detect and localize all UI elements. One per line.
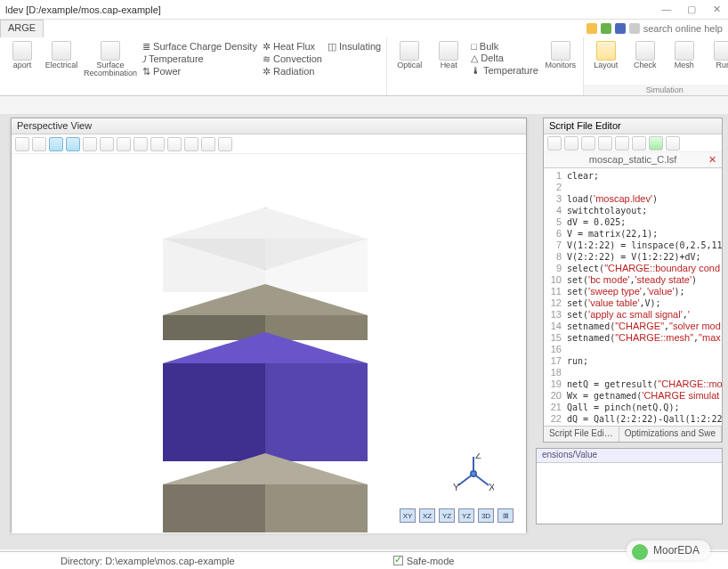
delta-item[interactable]: △ Delta — [471, 53, 538, 64]
convection-item[interactable]: ≋ Convection — [263, 53, 322, 65]
vp-tool-fit[interactable] — [83, 137, 97, 151]
status-bar: Directory: D:\example\mos.cap-example Sa… — [0, 551, 728, 569]
maximize-button[interactable]: ▢ — [685, 4, 698, 15]
mesh-button[interactable]: Mesh — [667, 39, 701, 85]
optical-button[interactable]: Optical — [392, 39, 426, 95]
viewport-canvas[interactable]: Z X Y XY XZ YZ YZ 3D ⊞ — [12, 154, 526, 533]
view-grid-button[interactable]: ⊞ — [497, 508, 514, 523]
search-help-text[interactable]: search online help — [643, 23, 723, 34]
script-toolbar — [544, 134, 722, 152]
layout-icon — [596, 41, 616, 61]
vp-tool-8[interactable] — [133, 137, 148, 151]
check-icon — [635, 41, 655, 61]
surface-charge-density-item[interactable]: ≣ Surface Charge Density — [142, 41, 257, 53]
vp-tool-pan[interactable] — [66, 137, 80, 151]
run-button[interactable]: Run — [707, 39, 728, 85]
viewport-toolbar — [12, 134, 526, 154]
vp-tool-select[interactable] — [15, 137, 29, 151]
help-icon2[interactable] — [601, 23, 611, 34]
workarea: Perspective View — [0, 114, 728, 549]
temperature-item[interactable]: 𝘑 Temperature — [142, 53, 257, 65]
run-icon — [714, 41, 728, 61]
vp-tool-6[interactable] — [100, 137, 114, 151]
view-3d-button[interactable]: 3D — [478, 508, 494, 523]
import-button[interactable]: aport — [5, 39, 39, 95]
heat-icon — [439, 41, 458, 61]
view-xz-button[interactable]: XZ — [419, 508, 435, 523]
ribbon-col3: ◫ Insulating — [328, 39, 381, 95]
vp-tool-rotate[interactable] — [49, 137, 63, 151]
script-save-button[interactable] — [581, 136, 595, 150]
window-title: ldev [D:/example/mos.cap-example] — [5, 4, 161, 15]
viewport-title: Perspective View — [12, 118, 526, 134]
window-titlebar: ldev [D:/example/mos.cap-example] — ▢ ✕ — [0, 0, 728, 20]
script-file-tab[interactable]: moscap_static_C.lsf ✕ — [544, 152, 722, 168]
script-open-button[interactable] — [564, 136, 578, 150]
electrical-button[interactable]: Electrical — [44, 39, 78, 95]
directory-label: Directory: D:\example\mos.cap-example — [61, 556, 235, 566]
vp-tool-9[interactable] — [150, 137, 165, 151]
check-button[interactable]: Check — [628, 39, 662, 85]
directory-path: D:\example\mos.cap-example — [105, 556, 235, 566]
ribbon-col4: □ Bulk △ Delta 🌡 Temperature — [471, 39, 538, 95]
svg-point-3 — [471, 471, 476, 476]
help-icon3[interactable] — [615, 23, 626, 34]
vp-tool-10[interactable] — [167, 137, 182, 151]
script-new-button[interactable] — [547, 136, 562, 150]
dimensions-header: ensions/Value — [537, 449, 722, 463]
heat-flux-item[interactable]: ✲ Heat Flux — [263, 41, 322, 53]
ribbon: aport Electrical Surface Recombination ≣… — [0, 37, 728, 96]
script-undo-button[interactable] — [615, 136, 629, 150]
vp-tool-11[interactable] — [184, 137, 198, 151]
vp-tool-zoom[interactable] — [32, 137, 46, 151]
vp-tool-12[interactable] — [201, 137, 215, 151]
insulating-item[interactable]: ◫ Insulating — [328, 41, 381, 53]
svg-text:Y: Y — [453, 482, 460, 492]
monitors-icon — [551, 41, 570, 61]
window-buttons: — ▢ ✕ — [660, 4, 723, 15]
script-tab-label: moscap_static_C.lsf — [589, 154, 676, 165]
heat-button[interactable]: Heat — [432, 39, 465, 95]
help-icon[interactable] — [586, 23, 597, 34]
view-xy-button[interactable]: XY — [400, 508, 416, 523]
script-bottom-tabs: Script File Edi… Optimizations and Swe — [544, 426, 722, 442]
minimize-button[interactable]: — — [660, 4, 673, 15]
watermark: MoorEDA — [627, 541, 710, 560]
power-item[interactable]: ⇅ Power — [142, 66, 257, 77]
surface-recomb-button[interactable]: Surface Recombination — [84, 39, 137, 95]
close-button[interactable]: ✕ — [710, 4, 723, 15]
bottom-tab-script[interactable]: Script File Edi… — [544, 427, 619, 442]
code-editor[interactable]: 1clear; 2 3load('moscap.ldev') 4switchto… — [544, 168, 722, 424]
close-tab-icon[interactable]: ✕ — [708, 154, 716, 166]
import-icon — [12, 41, 32, 61]
bottom-tab-optim[interactable]: Optimizations and Swe — [619, 427, 722, 442]
script-editor-panel: Script File Editor moscap_static_C.lsf ✕… — [543, 118, 723, 443]
script-run-button[interactable] — [649, 136, 663, 150]
svg-text:Z: Z — [475, 453, 481, 460]
script-saveall-button[interactable] — [598, 136, 612, 150]
ribbon-col2: ✲ Heat Flux ≋ Convection ✲ Radiation — [263, 39, 322, 95]
layout-button[interactable]: Layout — [589, 39, 623, 85]
ribbon-col1: ≣ Surface Charge Density 𝘑 Temperature ⇅… — [142, 39, 257, 95]
vp-tool-13[interactable] — [218, 137, 232, 151]
monitors-button[interactable]: Monitors — [544, 39, 578, 95]
view-yz-button[interactable]: YZ — [439, 508, 455, 523]
script-redo-button[interactable] — [632, 136, 646, 150]
help-icon4[interactable] — [629, 23, 640, 34]
safe-mode-toggle[interactable]: Safe-mode — [393, 556, 455, 566]
svg-text:X: X — [489, 482, 494, 492]
model-3d — [163, 207, 368, 510]
mesh-icon — [675, 41, 694, 61]
electrical-icon — [52, 41, 71, 61]
script-stop-button[interactable] — [666, 136, 680, 150]
bulk-item[interactable]: □ Bulk — [471, 41, 538, 52]
axis-gizmo-icon[interactable]: Z X Y — [453, 453, 494, 494]
view-yz2-button[interactable]: YZ — [458, 508, 474, 523]
vp-tool-7[interactable] — [117, 137, 131, 151]
checkbox-icon — [393, 556, 403, 565]
view-preset-buttons: XY XZ YZ YZ 3D ⊞ — [400, 508, 514, 523]
temperature2-item[interactable]: 🌡 Temperature — [471, 65, 538, 76]
perspective-viewport: Perspective View — [11, 118, 527, 532]
radiation-item[interactable]: ✲ Radiation — [263, 66, 322, 77]
tab-charge[interactable]: ARGE — [0, 20, 44, 37]
